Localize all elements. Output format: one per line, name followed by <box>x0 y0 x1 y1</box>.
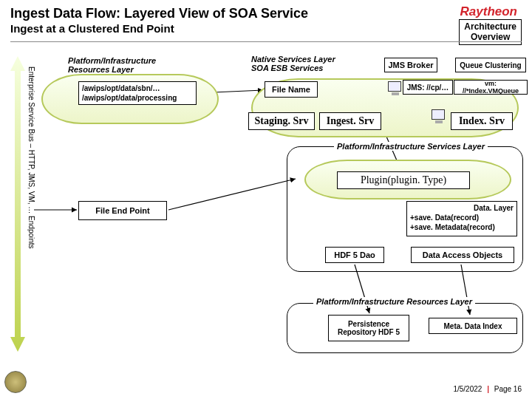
platform-layer-label: Platform/Infrastructure Resources Layer <box>68 56 156 74</box>
data-layer-box: Data. Layer +save. Data(record) +save. M… <box>406 201 517 236</box>
staging-srv-box: Staging. Srv <box>248 112 315 130</box>
footer: 1/5/2022 | Page 16 <box>453 385 522 393</box>
awips-paths-box: /awips/opt/data/sbn/… /awips/opt/data/pr… <box>78 81 197 105</box>
hdf5dao-box: HDF 5 Dao <box>325 247 384 263</box>
footer-date: 1/5/2022 <box>453 385 482 393</box>
services-layer-title: Platform/Infrastructure Services Layer <box>334 142 488 151</box>
arch-line1: Architecture <box>464 21 516 32</box>
svg-line-0 <box>197 90 263 93</box>
footer-divider: | <box>484 385 492 393</box>
index-srv-box: Index. Srv <box>451 112 513 130</box>
file-name-box: File Name <box>265 81 318 98</box>
vertical-arrow <box>10 56 25 352</box>
jms-broker-box: JMS Broker <box>384 58 437 72</box>
computer-icon <box>388 81 401 92</box>
file-endpoint-box: File End Point <box>78 201 167 220</box>
native-layer-label: Native Services Layer SOA ESB Services <box>251 55 335 72</box>
jms-cp-box: JMS: //cp/… <box>403 80 453 95</box>
ingest-srv-box: Ingest. Srv <box>319 112 381 130</box>
page-subtitle: Ingest at a Clustered End Point <box>10 22 522 35</box>
path-line2: /awips/opt/data/processing <box>82 93 193 103</box>
queue-clustering-box: Queue Clustering <box>455 58 526 72</box>
data-layer-l3: +save. Metadata(record) <box>410 222 514 232</box>
svg-line-9 <box>168 179 296 210</box>
path-line1: /awips/opt/data/sbn/… <box>82 83 193 93</box>
computer-icon <box>432 109 445 120</box>
raytheon-logo: Raytheon <box>460 4 517 19</box>
seal-badge-icon <box>4 371 27 393</box>
metadata-index-box: Meta. Data Index <box>429 318 517 334</box>
header-divider <box>10 41 522 42</box>
data-layer-l1: Data. Layer <box>410 203 514 213</box>
persistence-box: Persistence Repository HDF 5 <box>328 315 409 341</box>
esb-vertical-label: Enterprise Service Bus – HTTP, JMS, VM, … <box>25 66 35 347</box>
vm-queue-box: vm: //*Index.VMQueue <box>454 80 528 95</box>
page-title: Ingest Data Flow: Layered View of SOA Se… <box>10 6 522 21</box>
plugin-box: Plugin(plugin. Type) <box>337 171 470 189</box>
dao-box: Data Access Objects <box>411 247 514 263</box>
data-layer-l2: +save. Data(record) <box>410 213 514 222</box>
resources-layer-title: Platform/Infrastructure Resources Layer <box>313 297 475 306</box>
footer-page: Page 16 <box>494 385 522 393</box>
svg-line-1 <box>319 87 387 90</box>
